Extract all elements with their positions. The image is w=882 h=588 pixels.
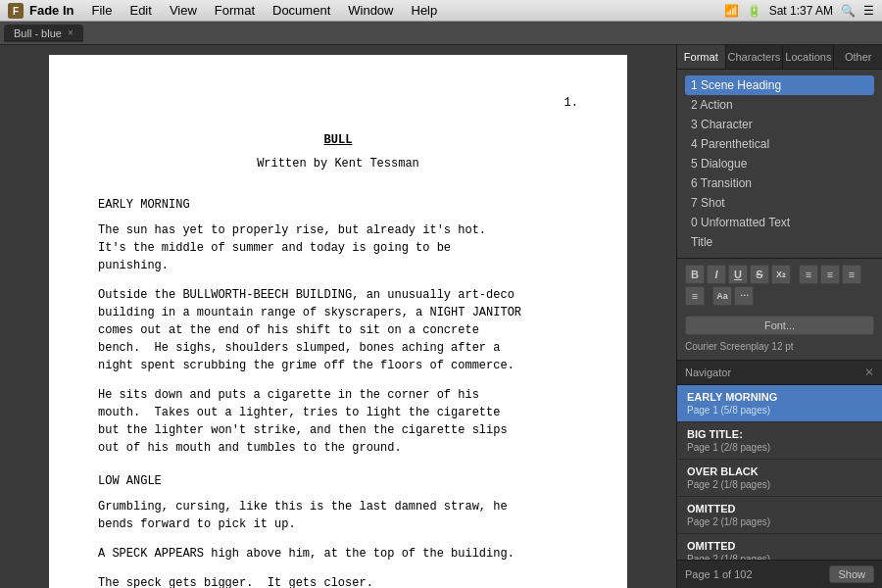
format-list: 1 Scene Heading2 Action3 Character4 Pare… [677,70,882,258]
app-icon: F [8,3,24,19]
navigator-item-title: EARLY MORNING [687,391,872,403]
navigator-item[interactable]: OMITTEDPage 2 (1/8 pages) [677,534,882,560]
navigator-item-page: Page 1 (5/8 pages) [687,405,872,416]
menubar-right: 📶 🔋 Sat 1:37 AM 🔍 ☰ [724,4,874,18]
action-block: Grumbling, cursing, like this is the las… [98,498,578,533]
navigator-close-button[interactable]: ✕ [864,366,874,379]
navigator-footer: Page 1 of 102 Show [677,560,882,588]
menu-edit[interactable]: Edit [122,1,159,20]
script-title: BULL [98,131,578,149]
scene-heading: EARLY MORNING [98,196,578,214]
format-list-item[interactable]: 1 Scene Heading [685,75,874,95]
align-center-button[interactable]: ≡ [820,265,840,284]
align-justify-button[interactable]: ≡ [685,286,705,306]
show-button[interactable]: Show [829,565,874,583]
navigator-item-page: Page 2 (1/8 pages) [687,516,872,527]
action-block: The speck gets bigger. It gets closer. [98,574,578,588]
font-name-label: Courier Screenplay 12 pt [677,339,882,360]
script-content: EARLY MORNINGThe sun has yet to properly… [98,196,578,588]
menu-format[interactable]: Format [207,1,263,20]
navigator-item[interactable]: EARLY MORNINGPage 1 (5/8 pages) [677,385,882,422]
list-icon[interactable]: ☰ [863,4,874,18]
case-button[interactable]: Aa [712,286,732,306]
tab-other[interactable]: Other [834,45,882,69]
script-byline: Written by Kent Tessman [98,155,578,172]
format-list-item[interactable]: 3 Character [685,115,874,134]
action-block: A SPECK APPEARS high above him, at the t… [98,545,578,563]
search-icon[interactable]: 🔍 [841,4,856,18]
format-panel: Format Characters Locations Other 1 Scen… [677,45,882,361]
script-page: 1. BULL Written by Kent Tessman EARLY MO… [49,55,627,588]
navigator-item-title: OMITTED [687,503,872,514]
navigator-header: Navigator ✕ [677,361,882,385]
main-content: 1. BULL Written by Kent Tessman EARLY MO… [0,45,882,588]
format-list-item[interactable]: 5 Dialogue [685,154,874,173]
tab-characters[interactable]: Characters [726,45,784,69]
tab-locations[interactable]: Locations [783,45,834,69]
navigator-item-title: OMITTED [687,540,872,552]
italic-button[interactable]: I [707,265,726,284]
format-list-item[interactable]: 2 Action [685,95,874,115]
menu-view[interactable]: View [162,1,205,20]
menu-file[interactable]: File [84,1,121,20]
format-list-item[interactable]: 0 Unformatted Text [685,213,874,232]
more-button[interactable]: ⋯ [734,286,754,306]
align-right-button[interactable]: ≡ [842,265,861,284]
tab-close-button[interactable]: × [68,27,74,38]
right-panel: Format Characters Locations Other 1 Scen… [676,45,882,588]
navigator-item-title: BIG TITLE: [687,428,872,440]
app-name[interactable]: Fade In [29,3,74,18]
tab-format[interactable]: Format [677,45,726,69]
format-list-item[interactable]: 6 Transition [685,173,874,193]
navigator-item[interactable]: OMITTEDPage 2 (1/8 pages) [677,497,882,534]
format-list-item[interactable]: 4 Parenthetical [685,134,874,154]
navigator-item[interactable]: BIG TITLE:Page 1 (2/8 pages) [677,422,882,460]
clock: Sat 1:37 AM [769,4,833,18]
navigator-item-page: Page 1 (2/8 pages) [687,442,872,453]
menu-window[interactable]: Window [340,1,401,20]
navigator-list[interactable]: EARLY MORNINGPage 1 (5/8 pages)BIG TITLE… [677,385,882,560]
action-block: The sun has yet to properly rise, but al… [98,221,578,274]
navigator-item[interactable]: OVER BLACKPage 2 (1/8 pages) [677,460,882,497]
format-list-item[interactable]: 7 Shot [685,193,874,213]
app-window: Bull - blue × 1. BULL Written by Kent Te… [0,22,882,588]
battery-icon: 🔋 [747,4,761,18]
menubar: F Fade In File Edit View Format Document… [0,0,882,22]
format-tabs: Format Characters Locations Other [677,45,882,70]
page-info: Page 1 of 102 [685,568,753,580]
format-toolbar: B I U S X₂ ≡ ≡ ≡ ≡ Aa ⋯ [677,258,882,312]
script-area[interactable]: 1. BULL Written by Kent Tessman EARLY MO… [0,45,676,588]
tab-label: Bull - blue [14,27,62,39]
action-block: He sits down and puts a cigarette in the… [98,386,578,457]
scene-heading: LOW ANGLE [98,472,578,490]
font-button[interactable]: Font... [685,316,874,335]
bold-button[interactable]: B [685,265,705,284]
navigator-title: Navigator [685,367,731,378]
wifi-icon: 📶 [724,4,739,18]
x2-button[interactable]: X₂ [771,265,791,284]
tabbar: Bull - blue × [0,22,882,45]
navigator-panel: Navigator ✕ EARLY MORNINGPage 1 (5/8 pag… [677,361,882,588]
menu-document[interactable]: Document [265,1,338,20]
document-tab[interactable]: Bull - blue × [4,24,83,42]
underline-button[interactable]: U [728,265,748,284]
action-block: Outside the BULLWORTH-BEECH BUILDING, an… [98,286,578,374]
svg-text:F: F [13,6,19,17]
navigator-item-page: Page 2 (1/8 pages) [687,479,872,490]
navigator-item-title: OVER BLACK [687,466,872,477]
menu-help[interactable]: Help [404,1,446,20]
format-list-item[interactable]: Title [685,232,874,252]
strikethrough-button[interactable]: S [750,265,769,284]
align-left-button[interactable]: ≡ [799,265,818,284]
page-number: 1. [98,94,578,112]
